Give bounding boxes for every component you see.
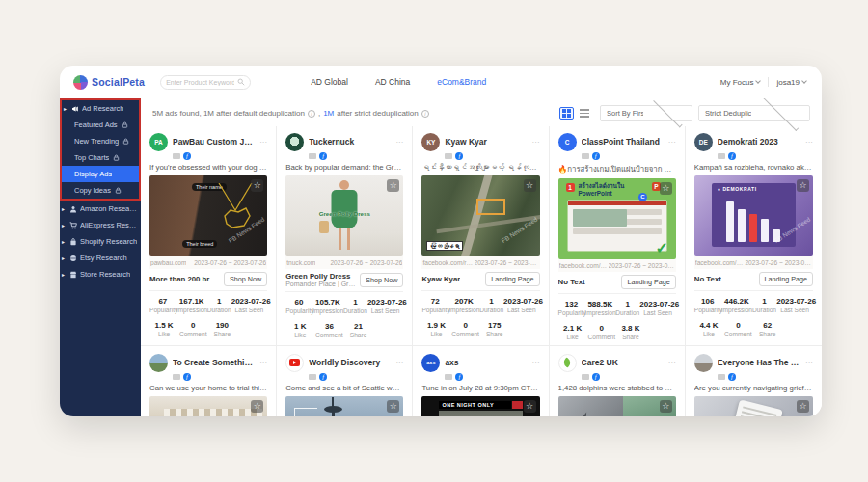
sort-select[interactable]: Sort By First Seen — [600, 105, 692, 121]
stat-value: 0 — [451, 321, 480, 330]
advertiser-avatar[interactable] — [285, 354, 304, 372]
user-menu[interactable]: josa19 — [776, 78, 806, 87]
shop-now-button[interactable]: Shop Now — [224, 272, 267, 286]
more-menu-icon[interactable]: ··· — [395, 359, 403, 367]
sidebar-item-etsy-research[interactable]: ▸ Etsy Research — [60, 250, 141, 266]
favorite-star-icon[interactable]: ☆ — [251, 400, 263, 413]
ad-creative[interactable]: ☆ ● DEMOKRATI FB News Feed — [694, 175, 813, 256]
favorite-star-icon[interactable]: ☆ — [797, 400, 809, 413]
advertiser-name[interactable]: Demokrati 2023 — [718, 137, 800, 147]
advertiser-name[interactable]: axs — [445, 358, 527, 367]
stat-value: 1 — [479, 297, 503, 306]
strict-dedup-count-link[interactable]: 1M — [323, 109, 334, 118]
landing-page-button[interactable]: Landing Page — [621, 275, 675, 289]
results-summary: 5M ads found, 1M after default deduplica… — [152, 109, 429, 118]
advertiser-domain[interactable]: tnuck.com — [286, 259, 315, 266]
advertiser-domain[interactable]: facebook.com/10... — [695, 259, 746, 266]
advertiser-domain[interactable]: facebook.com/11... — [559, 262, 609, 269]
advertiser-domain[interactable]: pawbau.com — [150, 259, 186, 266]
advertiser-name[interactable]: Everyone Has The Freedom To... — [718, 358, 800, 367]
ad-creative[interactable]: ☆ 1 สร้างสไลด์งานใน PowerPoint P C ✓ — [558, 178, 676, 259]
more-menu-icon[interactable]: ··· — [395, 138, 403, 147]
advertiser-avatar[interactable]: axs — [421, 354, 440, 372]
stat-label: Popularity — [421, 307, 448, 313]
nav-ad-china[interactable]: AD China — [375, 77, 410, 87]
grid-view-button[interactable] — [559, 107, 574, 120]
advertiser-avatar[interactable] — [694, 354, 713, 372]
list-view-button[interactable] — [580, 107, 594, 120]
advertiser-avatar[interactable]: DE — [694, 133, 713, 151]
advertiser-avatar[interactable]: PA — [149, 133, 168, 151]
more-menu-icon[interactable]: ··· — [259, 359, 267, 367]
advertiser-name[interactable]: Care2 UK — [582, 358, 664, 367]
date-range: 2023-07-26 ~ 2023-07-26 — [609, 262, 675, 269]
ad-card: PA PawBau Custom Jewelry ··· f If you're… — [141, 126, 277, 345]
concert-photo-graphic — [439, 411, 522, 416]
advertiser-name[interactable]: Kyaw Kyar — [445, 137, 527, 147]
advertiser-avatar[interactable] — [149, 354, 168, 372]
sidebar-item-featured-ads[interactable]: Featured Ads — [62, 117, 139, 133]
advertiser-avatar[interactable] — [285, 133, 304, 151]
sidebar-item-copy-ideas[interactable]: Copy Ideas — [62, 182, 139, 199]
favorite-star-icon[interactable]: ☆ — [524, 400, 536, 413]
landing-page-button[interactable]: Landing Page — [485, 272, 539, 286]
advertiser-avatar[interactable] — [558, 354, 577, 372]
sidebar-item-ad-research[interactable]: ▸ Ad Research — [62, 100, 139, 117]
ad-creative[interactable]: ☆ မြေတည်နေရာ FB News Feed — [421, 175, 539, 256]
favorite-star-icon[interactable]: ☆ — [387, 400, 399, 413]
advertiser-name[interactable]: ClassPoint Thailand — [582, 137, 664, 147]
advertiser-name[interactable]: Worldly Discovery — [309, 358, 391, 367]
landing-page-button[interactable]: Landing Page — [759, 272, 813, 286]
ad-creative[interactable]: ☆ — [558, 396, 676, 416]
advertiser-name[interactable]: To Create Something Exceptio... — [173, 358, 255, 367]
shop-now-button[interactable]: Shop Now — [360, 273, 403, 287]
creative-title: Green Polly Dress — [285, 210, 403, 217]
more-menu-icon[interactable]: ··· — [532, 359, 540, 367]
favorite-star-icon[interactable]: ☆ — [660, 182, 672, 195]
favorite-star-icon[interactable]: ☆ — [387, 179, 399, 192]
ad-creative[interactable]: ☆ Their name Their breed FB News Feed — [149, 175, 267, 256]
favorite-star-icon[interactable]: ☆ — [251, 179, 263, 192]
advertiser-avatar[interactable]: C — [558, 133, 577, 151]
my-focus-menu[interactable]: My Focus — [720, 78, 761, 87]
sidebar-item-aliexpress-research[interactable]: ▸ AliExpress Research — [60, 217, 141, 233]
sidebar-item-display-ads[interactable]: Display Ads — [62, 166, 139, 182]
ad-creative[interactable]: ☆ — [149, 396, 267, 416]
sidebar-item-amazon-research[interactable]: ▸ Amazon Research — [60, 201, 141, 217]
logo[interactable]: SocialPeta — [73, 75, 145, 90]
ad-creative[interactable]: ☆ ONE NIGHT ONLY — [421, 396, 539, 416]
dedup-select[interactable]: Strict Deduplication — [698, 105, 810, 121]
favorite-star-icon[interactable]: ☆ — [524, 179, 536, 192]
info-icon[interactable]: i — [421, 110, 429, 118]
more-menu-icon[interactable]: ··· — [805, 359, 813, 367]
more-menu-icon[interactable]: ··· — [668, 359, 676, 367]
ad-creative[interactable]: ☆ — [694, 396, 813, 416]
facebook-icon: f — [319, 152, 327, 160]
favorite-star-icon[interactable]: ☆ — [660, 400, 672, 413]
top-header: SocialPeta AD Global AD China eCom&Brand… — [60, 66, 822, 98]
more-menu-icon[interactable]: ··· — [259, 138, 267, 147]
nav-ecom-brand[interactable]: eCom&Brand — [437, 77, 486, 87]
sidebar-item-new-trending[interactable]: New Trending — [62, 133, 139, 149]
product-search[interactable] — [160, 75, 251, 90]
ad-creative[interactable]: ☆ Green Polly Dress — [285, 175, 403, 256]
advertiser-avatar[interactable]: KY — [421, 133, 440, 151]
stat-value: 106 — [694, 297, 721, 306]
stat-label: Last Seen — [503, 307, 540, 313]
advertiser-domain[interactable]: facebook.com/r1G... — [422, 259, 474, 266]
info-icon[interactable]: i — [308, 110, 315, 118]
advertiser-name[interactable]: Tuckernuck — [309, 137, 391, 147]
sidebar-item-top-charts[interactable]: Top Charts — [62, 149, 139, 166]
advertiser-name[interactable]: PawBau Custom Jewelry — [173, 137, 255, 147]
ad-creative[interactable]: ☆ SEATTLE WASHINGTON — [285, 396, 403, 416]
more-menu-icon[interactable]: ··· — [805, 138, 813, 147]
search-input[interactable] — [166, 79, 234, 86]
favorite-star-icon[interactable]: ☆ — [797, 179, 809, 192]
sidebar-item-store-research[interactable]: ▸ Store Research — [60, 266, 141, 282]
sidebar-item-shopify-research[interactable]: ▸ Shopify Research — [60, 233, 141, 250]
nav-ad-global[interactable]: AD Global — [311, 77, 348, 87]
more-menu-icon[interactable]: ··· — [532, 138, 540, 147]
stat-value: 2023-07-26 — [367, 298, 404, 307]
main-content: 5M ads found, 1M after default deduplica… — [141, 98, 822, 416]
more-menu-icon[interactable]: ··· — [668, 138, 676, 147]
